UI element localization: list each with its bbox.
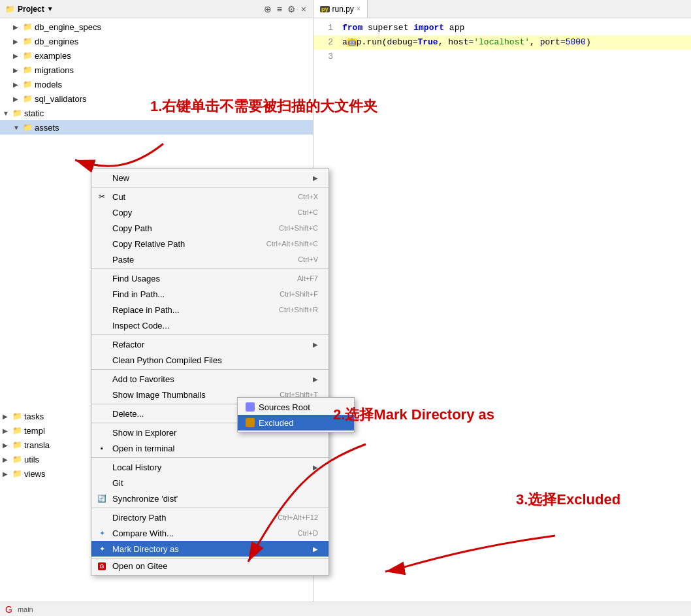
run-py-tab[interactable]: py run.py × [313, 0, 368, 18]
status-icon: G [5, 604, 12, 615]
line-content: a🤖p.run(debug=True, host='localhost', po… [340, 35, 591, 50]
menu-item-find-in-path[interactable]: Find in Path... Ctrl+Shift+F [91, 286, 329, 302]
menu-icon [97, 320, 107, 331]
tree-arrow[interactable]: ▼ [3, 110, 12, 117]
tree-item[interactable]: ▼ 📁 static [0, 106, 313, 120]
panel-title-text: Project [18, 5, 44, 14]
py-file-icon: py [320, 6, 330, 12]
tree-item[interactable]: ▶ 📁 models [0, 77, 313, 91]
folder-icon: 📁 [12, 411, 22, 421]
submenu-arrow: ▶ [313, 376, 318, 383]
collapse-button[interactable]: ≡ [276, 4, 283, 14]
menu-item-paste[interactable]: Paste Ctrl+V [91, 251, 329, 267]
tree-arrow[interactable]: ▶ [3, 456, 12, 463]
tree-arrow[interactable]: ▶ [13, 52, 22, 59]
menu-item-copy-relative-path[interactable]: Copy Relative Path Ctrl+Alt+Shift+C [91, 236, 329, 251]
editor-content: 1 from superset import app 2 a🤖p.run(deb… [313, 18, 691, 602]
tree-arrow[interactable]: ▶ [3, 427, 12, 434]
folder-icon: 📁 [22, 93, 33, 104]
tree-arrow[interactable]: ▶ [13, 24, 22, 31]
menu-item-label: Show Image Thumbnails [112, 390, 206, 400]
menu-item-local-history[interactable]: Local History ▶ [91, 459, 329, 475]
menu-item-compare-with[interactable]: ✦ Compare With... Ctrl+D [91, 525, 329, 541]
tree-arrow[interactable]: ▶ [13, 67, 22, 74]
submenu-item-excluded[interactable]: Excluded [238, 415, 354, 430]
menu-item-refactor[interactable]: Refactor ▶ [91, 336, 329, 352]
line-number: 2 [313, 35, 340, 50]
menu-item-label: Compare With... [112, 528, 174, 538]
folder-icon: 📁 [22, 122, 33, 133]
menu-item-replace-in-path[interactable]: Replace in Path... Ctrl+Shift+R [91, 302, 329, 317]
tree-item-label: db_engines [35, 37, 78, 46]
panel-dropdown-icon[interactable]: ▼ [47, 5, 54, 12]
menu-item-find-usages[interactable]: Find Usages Alt+F7 [91, 270, 329, 286]
folder-icon: 📁 [12, 468, 22, 479]
menu-icon [97, 355, 107, 365]
folder-icon: 📁 [22, 22, 33, 32]
menu-separator [91, 334, 329, 335]
context-menu: New ▶ ✂ Cut Ctrl+X Copy Ctrl+C Copy Path… [91, 168, 329, 575]
menu-item-inspect-code[interactable]: Inspect Code... [91, 317, 329, 333]
menu-icon [97, 172, 107, 183]
menu-item-new[interactable]: New ▶ [91, 170, 329, 186]
menu-item-clean-python[interactable]: Clean Python Compiled Files [91, 352, 329, 368]
compare-icon: ✦ [97, 528, 107, 538]
menu-item-git[interactable]: Git [91, 475, 329, 491]
menu-item-open-in-terminal[interactable]: ▪ Open in terminal [91, 440, 329, 456]
shortcut-label: Ctrl+Alt+F12 [278, 513, 318, 521]
sources-root-icon [246, 402, 255, 412]
locate-button[interactable]: ⊕ [263, 4, 273, 14]
menu-item-label: Inspect Code... [112, 321, 169, 331]
tree-item-assets[interactable]: ▼ 📁 assets [0, 120, 313, 135]
menu-item-copy[interactable]: Copy Ctrl+C [91, 204, 329, 220]
tree-item[interactable]: ▶ 📁 db_engine_specs [0, 20, 313, 34]
tree-arrow[interactable]: ▶ [3, 470, 12, 478]
tree-arrow[interactable]: ▼ [13, 124, 22, 131]
tree-arrow[interactable]: ▶ [13, 38, 22, 45]
menu-item-directory-path[interactable]: Directory Path Ctrl+Alt+F12 [91, 510, 329, 525]
menu-item-open-gitee[interactable]: G Open on Gitee [91, 558, 329, 574]
close-panel-button[interactable]: × [300, 4, 308, 14]
menu-icon [97, 512, 107, 523]
cut-icon: ✂ [97, 191, 107, 202]
copy-icon [97, 207, 107, 218]
menu-item-label: Copy Relative Path [112, 239, 185, 249]
tree-item[interactable]: ▶ 📁 db_engines [0, 34, 313, 48]
menu-item-add-favorites[interactable]: Add to Favorites ▶ [91, 371, 329, 387]
editor-tabs: py run.py × [313, 0, 691, 18]
menu-item-label: Open in terminal [112, 444, 174, 453]
excluded-icon [246, 418, 255, 427]
tree-arrow[interactable]: ▶ [13, 95, 22, 103]
git-branch: main [18, 606, 33, 613]
menu-icon [97, 408, 107, 419]
tree-arrow[interactable]: ▶ [13, 81, 22, 88]
menu-separator [91, 508, 329, 508]
tree-item[interactable]: ▶ 📁 migrations [0, 63, 313, 77]
submenu-item-label: Excluded [259, 418, 293, 428]
tree-item-label: models [35, 80, 62, 89]
tree-item[interactable]: ▶ 📁 sql_validators [0, 91, 313, 106]
menu-item-label: Replace in Path... [112, 305, 180, 315]
settings-button[interactable]: ⚙ [286, 4, 297, 14]
tab-close-button[interactable]: × [357, 5, 361, 12]
terminal-icon: ▪ [97, 443, 107, 453]
menu-item-mark-directory-as[interactable]: ✦ Mark Directory as ▶ [91, 541, 329, 557]
menu-item-label: New [112, 173, 129, 183]
menu-item-cut[interactable]: ✂ Cut Ctrl+X [91, 189, 329, 204]
submenu-arrow: ▶ [313, 341, 318, 348]
tree-arrow[interactable]: ▶ [3, 442, 12, 449]
folder-icon: 📁 [12, 440, 22, 450]
menu-item-synchronize[interactable]: 🔄 Synchronize 'dist' [91, 491, 329, 506]
folder-icon: 📁 [12, 425, 22, 436]
menu-separator [91, 187, 329, 187]
menu-item-label: Show in Explorer [112, 428, 176, 438]
menu-item-copy-path[interactable]: Copy Path Ctrl+Shift+C [91, 220, 329, 236]
menu-item-label: Synchronize 'dist' [112, 494, 178, 504]
tree-arrow[interactable]: ▶ [3, 413, 12, 420]
menu-icon [97, 223, 107, 233]
submenu-item-sources-root[interactable]: Sources Root [238, 399, 354, 415]
menu-icon [97, 304, 107, 315]
menu-item-label: Cut [112, 192, 125, 202]
tree-item[interactable]: ▶ 📁 examples [0, 48, 313, 63]
tab-label: run.py [332, 5, 354, 14]
